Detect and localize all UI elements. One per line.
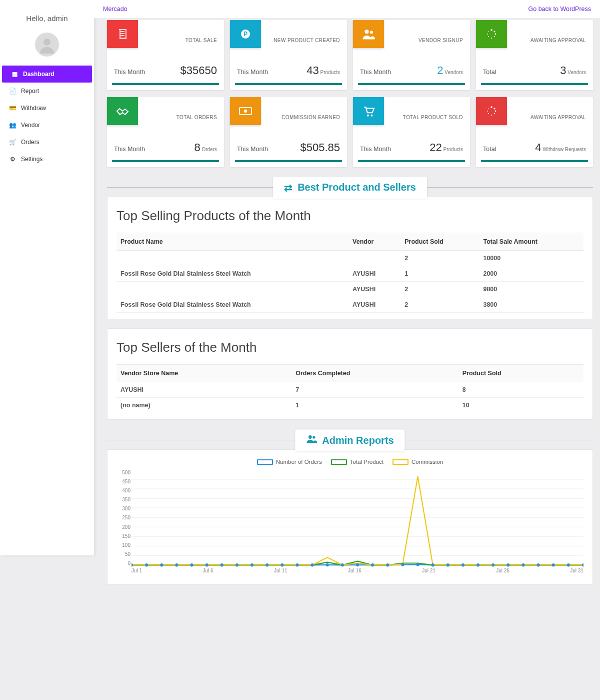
greeting-text: Hello, admin	[0, 0, 94, 30]
sidebar-item-vendor[interactable]: 👥Vendor	[0, 117, 94, 134]
stat-cards-row-2: TOTAL ORDERSThis Month8 OrdersCOMMISSION…	[107, 97, 593, 167]
cart-icon: 🛒	[9, 139, 16, 146]
svg-point-9	[491, 38, 492, 39]
file-icon: 📄	[9, 88, 16, 95]
legend-item[interactable]: Number of Orders	[257, 459, 322, 465]
table-cell	[116, 251, 348, 266]
sidebar-item-orders[interactable]: 🛒Orders	[0, 134, 94, 151]
svg-point-66	[552, 563, 555, 567]
avatar-icon	[37, 35, 57, 55]
sidebar-item-label: Vendor	[21, 122, 40, 129]
spinner-icon	[476, 97, 507, 125]
table-cell: 10	[458, 398, 584, 413]
legend-item[interactable]: Commission	[392, 459, 443, 465]
svg-point-42	[190, 563, 194, 567]
stat-card-value: 4	[535, 141, 541, 154]
section-divider: Admin Reports	[107, 440, 593, 440]
stat-card: TOTAL ORDERSThis Month8 Orders	[107, 97, 224, 167]
dashboard-icon: ▦	[11, 71, 18, 78]
svg-point-26	[312, 436, 315, 438]
svg-point-53	[356, 563, 359, 567]
svg-point-67	[567, 563, 570, 567]
stat-card: PNEW PRODUCT CREATEDThis Month43 Product…	[230, 20, 347, 90]
table-cell: 1	[292, 398, 458, 413]
table-cell: Fossil Rose Gold Dial Stainless Steel Wa…	[116, 266, 348, 282]
brand-link[interactable]: Mercado	[103, 6, 128, 13]
svg-point-56	[401, 563, 404, 566]
legend-swatch	[392, 459, 408, 465]
svg-point-4	[370, 31, 373, 34]
svg-point-57	[416, 563, 420, 566]
stat-cards-row-1: TOTAL SALEThis Month$35650PNEW PRODUCT C…	[107, 20, 593, 90]
svg-point-15	[367, 115, 369, 117]
stat-card: TOTAL PRODUCT SOLDThis Month22 Products	[353, 97, 470, 167]
svg-point-5	[490, 29, 492, 31]
svg-point-39	[145, 563, 148, 567]
svg-point-64	[522, 563, 524, 567]
table-cell: (no name)	[116, 398, 292, 413]
chart-legend: Number of OrdersTotal ProductCommission	[116, 455, 584, 470]
main-content: TOTAL SALEThis Month$35650PNEW PRODUCT C…	[94, 0, 600, 599]
section-title-pill: Admin Reports	[295, 429, 404, 451]
legend-item[interactable]: Total Product	[331, 459, 384, 465]
table-header: Product Sold	[400, 233, 479, 251]
receipt-icon	[107, 20, 138, 48]
svg-point-63	[506, 563, 510, 567]
sidebar-item-label: Orders	[21, 139, 40, 146]
stat-card-value: 8	[194, 141, 200, 154]
stat-card-unit: Products	[442, 147, 463, 152]
chart-x-labels: Jul 1Jul 6Jul 11Jul 16Jul 21Jul 26Jul 31	[132, 568, 584, 575]
table-cell: 7	[292, 382, 458, 398]
stat-card: COMMISSION EARNEDThis Month$505.85	[230, 97, 347, 167]
table-header: Orders Completed	[292, 365, 458, 382]
top-products-panel: Top Selling Products of the Month Produc…	[107, 197, 593, 319]
svg-point-41	[175, 563, 178, 567]
sidebar-item-withdraw[interactable]: 💳Withdraw	[0, 100, 94, 117]
table-cell: 2	[400, 282, 479, 297]
top-products-table: Product NameVendorProduct SoldTotal Sale…	[116, 233, 584, 313]
sidebar-item-label: Report	[21, 88, 39, 95]
panel-heading: Top Selling Products of the Month	[116, 208, 584, 224]
svg-point-51	[326, 563, 329, 567]
svg-point-61	[476, 563, 480, 567]
stat-card: VENDOR SIGNUPThis Month2 Vendors	[353, 20, 470, 90]
svg-point-12	[488, 31, 489, 32]
svg-point-55	[386, 563, 389, 567]
stat-card-bar	[112, 83, 219, 85]
money-icon	[230, 97, 261, 125]
sidebar-item-report[interactable]: 📄Report	[0, 83, 94, 100]
topbar: Mercado Go back to WordPress	[94, 0, 600, 18]
table-row: Fossil Rose Gold Dial Stainless Steel Wa…	[116, 297, 584, 313]
table-cell: 2	[400, 297, 479, 313]
svg-point-16	[371, 115, 373, 117]
legend-label: Number of Orders	[276, 459, 322, 465]
svg-point-68	[582, 563, 584, 567]
table-cell: AYUSHI	[116, 382, 292, 398]
table-cell: 2000	[479, 266, 584, 282]
top-sellers-panel: Top Sellers of the Month Vendor Store Na…	[107, 328, 593, 420]
svg-point-60	[462, 563, 464, 567]
gear-icon: ⚙	[9, 156, 16, 163]
admin-reports-chart-panel: Number of OrdersTotal ProductCommission …	[107, 449, 593, 584]
panel-heading: Top Sellers of the Month	[116, 340, 584, 355]
sidebar-item-settings[interactable]: ⚙Settings	[0, 151, 94, 168]
sidebar-item-dashboard[interactable]: ▦Dashboard	[2, 66, 92, 83]
table-header: Product Name	[116, 233, 348, 251]
chart-y-labels: 500450400350300250200150100500	[118, 470, 130, 566]
svg-point-43	[206, 563, 208, 567]
svg-point-10	[488, 36, 489, 37]
svg-point-11	[487, 34, 488, 35]
table-cell: 9800	[479, 282, 584, 297]
table-row: 210000	[116, 251, 584, 266]
table-cell: 1	[400, 266, 479, 282]
svg-point-49	[296, 563, 298, 567]
svg-point-46	[250, 563, 254, 567]
back-to-wordpress-link[interactable]: Go back to WordPress	[528, 6, 591, 13]
chart-area: 500450400350300250200150100500 Jul 1Jul …	[132, 470, 584, 575]
sidebar: Hello, admin ▦Dashboard📄Report💳Withdraw👥…	[0, 0, 94, 555]
stat-card-period: Total	[483, 146, 496, 153]
stat-card-value: $505.85	[300, 141, 340, 154]
table-cell	[116, 282, 348, 297]
svg-point-62	[492, 563, 494, 567]
users-icon	[353, 20, 384, 48]
